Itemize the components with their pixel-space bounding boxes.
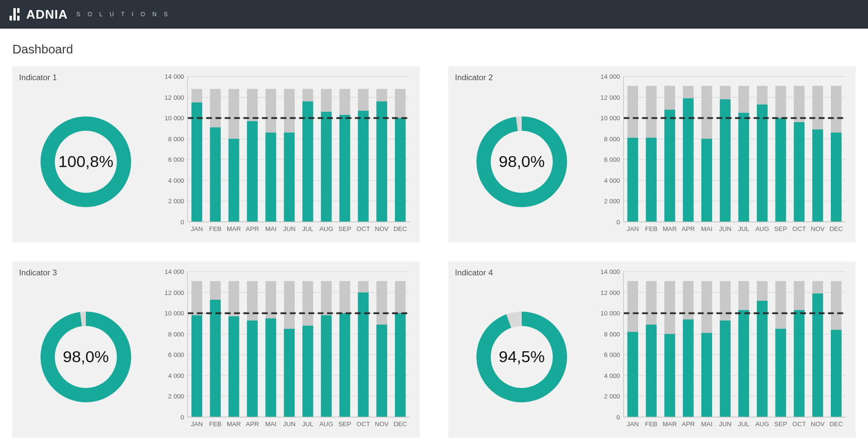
donut-value: 98,0% — [63, 347, 109, 366]
donut-value: 98,0% — [499, 152, 545, 171]
svg-rect-98 — [775, 118, 786, 222]
page-title: Dashboard — [12, 42, 856, 57]
svg-text:0: 0 — [617, 414, 620, 421]
svg-text:JUN: JUN — [719, 420, 732, 428]
svg-text:NOV: NOV — [811, 420, 825, 428]
svg-text:MAR: MAR — [662, 420, 677, 428]
svg-text:6 000: 6 000 — [604, 156, 620, 163]
monthly-bar-chart: 02 0004 0006 0008 00010 00012 00014 000J… — [157, 268, 413, 433]
svg-text:SEP: SEP — [775, 420, 787, 428]
svg-text:AUG: AUG — [755, 225, 769, 232]
svg-text:14 000: 14 000 — [600, 268, 620, 275]
indicator-left: Indicator 3 98,0% — [19, 268, 153, 433]
svg-rect-196 — [702, 333, 712, 417]
indicator-left: Indicator 4 94,5% — [455, 268, 589, 433]
indicator-card-1: Indicator 1 100,8% 02 0004 0006 0008 000… — [12, 66, 420, 242]
svg-text:APR: APR — [246, 420, 259, 428]
svg-rect-31 — [266, 133, 276, 222]
brand-sub: S O L U T I O N S — [76, 11, 170, 18]
svg-text:MAI: MAI — [265, 420, 277, 428]
svg-text:0: 0 — [181, 414, 184, 421]
svg-text:SEP: SEP — [775, 225, 787, 232]
svg-text:JAN: JAN — [191, 420, 203, 428]
brand-name: ADNIA — [26, 7, 68, 22]
svg-text:JAN: JAN — [627, 420, 639, 428]
svg-text:10 000: 10 000 — [600, 310, 620, 317]
svg-rect-101 — [794, 122, 804, 222]
indicator-title: Indicator 3 — [19, 268, 153, 278]
svg-rect-211 — [794, 310, 804, 417]
indicator-title: Indicator 1 — [19, 73, 153, 83]
svg-text:FEB: FEB — [209, 225, 222, 232]
svg-rect-144 — [284, 329, 294, 417]
svg-text:SEP: SEP — [339, 420, 351, 428]
svg-text:OCT: OCT — [793, 420, 806, 428]
svg-rect-159 — [376, 325, 387, 417]
svg-text:4 000: 4 000 — [604, 372, 620, 379]
svg-text:DEC: DEC — [393, 225, 407, 232]
svg-rect-52 — [395, 118, 405, 222]
brand-logo: ADNIA S O L U T I O N S — [10, 7, 170, 22]
svg-text:MAR: MAR — [227, 225, 241, 232]
svg-text:FEB: FEB — [645, 225, 658, 232]
svg-rect-77 — [646, 138, 656, 222]
svg-text:OCT: OCT — [357, 225, 370, 232]
svg-rect-107 — [831, 133, 841, 222]
svg-text:JUN: JUN — [719, 225, 732, 232]
svg-rect-184 — [627, 332, 638, 417]
topbar: ADNIA S O L U T I O N S — [0, 0, 868, 29]
indicator-title: Indicator 4 — [455, 268, 589, 278]
dashboard-grid: Indicator 1 100,8% 02 0004 0006 0008 000… — [12, 66, 856, 438]
svg-text:JUL: JUL — [302, 225, 313, 232]
svg-text:8 000: 8 000 — [604, 331, 620, 338]
svg-text:MAI: MAI — [701, 225, 713, 232]
svg-text:JUL: JUL — [738, 225, 749, 232]
svg-rect-49 — [376, 102, 387, 222]
svg-text:10 000: 10 000 — [600, 115, 620, 122]
svg-text:6 000: 6 000 — [168, 351, 184, 358]
svg-rect-83 — [683, 98, 693, 222]
svg-rect-141 — [266, 318, 276, 417]
svg-text:SEP: SEP — [339, 225, 351, 232]
svg-rect-22 — [210, 127, 220, 222]
svg-rect-74 — [627, 138, 638, 222]
svg-text:AUG: AUG — [320, 225, 333, 232]
svg-rect-205 — [757, 301, 767, 417]
svg-text:JAN: JAN — [191, 225, 203, 232]
brand-logo-mark — [10, 8, 20, 21]
svg-rect-34 — [284, 133, 294, 222]
svg-text:2 000: 2 000 — [604, 393, 620, 400]
svg-text:APR: APR — [246, 225, 259, 232]
svg-text:NOV: NOV — [811, 225, 825, 232]
svg-rect-214 — [812, 293, 823, 417]
svg-text:6 000: 6 000 — [604, 351, 620, 358]
svg-rect-138 — [247, 321, 258, 417]
svg-rect-25 — [228, 139, 239, 222]
indicator-title: Indicator 2 — [455, 73, 589, 83]
svg-text:14 000: 14 000 — [600, 73, 620, 80]
svg-text:4 000: 4 000 — [168, 372, 184, 379]
svg-text:APR: APR — [682, 420, 695, 428]
svg-rect-153 — [340, 313, 350, 417]
monthly-bar-chart: 02 0004 0006 0008 00010 00012 00014 000J… — [157, 73, 413, 238]
svg-text:10 000: 10 000 — [165, 310, 184, 317]
svg-text:DEC: DEC — [829, 420, 843, 428]
svg-text:4 000: 4 000 — [604, 177, 620, 184]
donut-chart: 94,5% — [455, 281, 589, 433]
svg-rect-37 — [302, 102, 313, 222]
indicator-card-4: Indicator 4 94,5% 02 0004 0006 0008 0001… — [448, 262, 856, 438]
svg-rect-190 — [664, 334, 675, 417]
svg-text:JUN: JUN — [283, 420, 296, 428]
svg-text:JUN: JUN — [283, 225, 296, 232]
svg-text:JUL: JUL — [302, 420, 313, 428]
svg-rect-104 — [812, 129, 823, 222]
svg-rect-28 — [247, 121, 258, 222]
svg-text:NOV: NOV — [375, 420, 389, 428]
svg-rect-135 — [228, 316, 239, 417]
svg-text:OCT: OCT — [793, 225, 806, 232]
svg-text:OCT: OCT — [357, 420, 370, 428]
svg-rect-150 — [321, 315, 331, 417]
svg-text:8 000: 8 000 — [168, 331, 184, 338]
svg-text:12 000: 12 000 — [600, 94, 620, 101]
donut-value: 100,8% — [58, 152, 113, 171]
